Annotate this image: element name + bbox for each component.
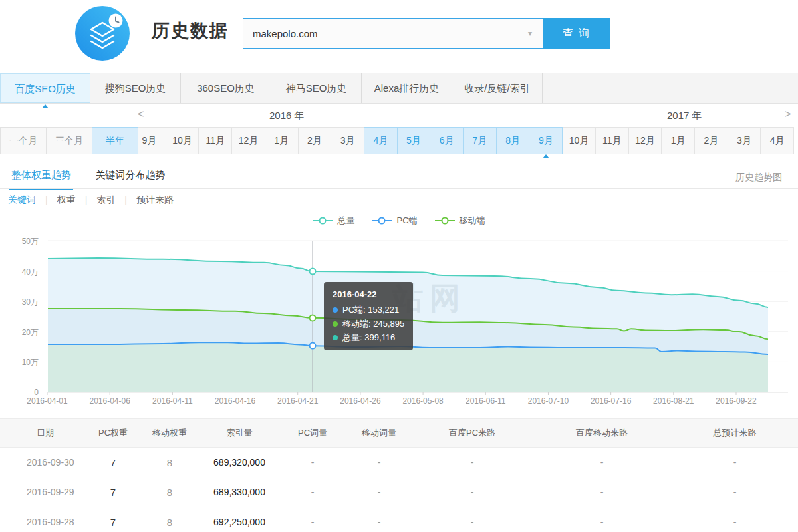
- anchor-month-caret-icon: [543, 154, 549, 158]
- filter-索引[interactable]: 索引: [96, 194, 115, 205]
- table-body: 2016-09-3078689,320,000-----2016-09-2978…: [0, 448, 798, 532]
- table-cell: -: [279, 507, 346, 532]
- table-cell: 8: [140, 448, 200, 477]
- tab-神马SEO历史[interactable]: 神马SEO历史: [271, 73, 362, 103]
- y-axis-tick: 0: [12, 388, 39, 397]
- range-三个月[interactable]: 三个月: [46, 127, 92, 154]
- month-cell-1[interactable]: 10月: [166, 127, 200, 154]
- table-cell: -: [532, 507, 672, 532]
- trend-chart[interactable]: 站网 2016-04-22 PC端: 153,221移动端: 245,895总量…: [0, 231, 798, 410]
- main-tabs: 百度SEO历史搜狗SEO历史360SEO历史神马SEO历史Alexa排行历史收录…: [0, 73, 798, 104]
- year-label-2017: 2017 年: [667, 110, 702, 122]
- col-header-PC词量: PC词量: [279, 419, 346, 448]
- prev-year-arrow[interactable]: <: [138, 108, 144, 120]
- col-header-索引量: 索引量: [200, 419, 279, 448]
- month-cell-12[interactable]: 9月: [529, 127, 563, 154]
- col-header-移动权重: 移动权重: [140, 419, 200, 448]
- month-cell-9[interactable]: 6月: [430, 127, 464, 154]
- tooltip-date: 2016-04-22: [332, 287, 404, 301]
- col-header-百度PC来路: 百度PC来路: [412, 419, 532, 448]
- table-cell: -: [412, 448, 532, 477]
- month-cell-2[interactable]: 11月: [198, 127, 232, 154]
- legend-circle-icon: [378, 217, 386, 225]
- table-cell: 2016-09-28: [0, 507, 86, 532]
- table-cell: 7: [86, 507, 140, 532]
- month-cell-15[interactable]: 12月: [628, 127, 662, 154]
- month-strip: 9月10月11月12月1月2月3月4月5月6月7月8月9月10月11月12月1月…: [133, 127, 794, 154]
- search-field-wrap: ▾: [243, 18, 543, 49]
- tab-百度SEO历史[interactable]: 百度SEO历史: [0, 73, 90, 103]
- filter-权重[interactable]: 权重: [57, 194, 76, 205]
- series-dot-icon: [332, 307, 338, 313]
- x-axis-tick: 2016-07-10: [517, 396, 579, 406]
- history-table: 日期PC权重移动权重索引量PC词量移动词量百度PC来路百度移动来路总预计来路 2…: [0, 418, 798, 532]
- month-cell-17[interactable]: 2月: [694, 127, 728, 154]
- x-axis-tick: 2016-04-26: [330, 396, 391, 406]
- year-row: < 2016 年 2017 年 >: [0, 104, 798, 127]
- y-axis-tick: 10万: [12, 357, 39, 368]
- x-axis-tick: 2016-04-06: [79, 396, 140, 406]
- filter-separator: |: [85, 194, 88, 205]
- app-logo: [74, 5, 130, 61]
- search-input[interactable]: [243, 27, 517, 40]
- table-cell: 689,330,000: [200, 477, 279, 507]
- dropdown-caret-icon[interactable]: ▾: [517, 29, 543, 38]
- col-header-日期: 日期: [0, 419, 86, 448]
- table-cell: -: [346, 477, 412, 507]
- month-cell-4[interactable]: 1月: [265, 127, 299, 154]
- table-cell: -: [672, 507, 798, 532]
- month-cell-11[interactable]: 8月: [496, 127, 530, 154]
- month-cell-8[interactable]: 5月: [397, 127, 431, 154]
- col-header-移动词量: 移动词量: [346, 419, 412, 448]
- tab-overall-weight-trend[interactable]: 整体权重趋势: [9, 165, 73, 190]
- month-cell-6[interactable]: 3月: [331, 127, 364, 154]
- tab-360SEO历史[interactable]: 360SEO历史: [181, 73, 271, 103]
- month-cell-3[interactable]: 12月: [231, 127, 265, 154]
- tooltip-value: 总量: 399,116: [342, 331, 395, 344]
- month-cell-16[interactable]: 1月: [661, 127, 695, 154]
- query-button[interactable]: 查 询: [543, 18, 610, 49]
- month-cell-7[interactable]: 4月: [364, 127, 398, 154]
- legend-circle-icon: [319, 217, 327, 225]
- legend-item-PC端[interactable]: PC端: [372, 215, 417, 227]
- filter-关键词[interactable]: 关键词: [8, 194, 36, 205]
- series-dot-icon: [332, 335, 338, 340]
- next-year-arrow[interactable]: >: [785, 108, 791, 120]
- table-cell: -: [672, 477, 798, 507]
- month-cell-18[interactable]: 3月: [728, 127, 761, 154]
- x-axis-tick: 2016-04-21: [267, 396, 329, 406]
- tab-搜狗SEO历史[interactable]: 搜狗SEO历史: [90, 73, 181, 103]
- filter-row: 关键词|权重|索引|预计来路: [0, 189, 798, 210]
- history-trend-link[interactable]: 历史趋势图: [735, 172, 782, 184]
- table-cell: 7: [86, 477, 140, 507]
- month-cell-13[interactable]: 10月: [562, 127, 596, 154]
- legend-item-移动端[interactable]: 移动端: [435, 215, 485, 227]
- tooltip-value: PC端: 153,221: [342, 303, 399, 317]
- col-header-PC权重: PC权重: [86, 419, 140, 448]
- month-cell-14[interactable]: 11月: [595, 127, 629, 154]
- y-axis-tick: 30万: [12, 297, 39, 308]
- legend-line-icon: [435, 220, 455, 221]
- col-header-总预计来路: 总预计来路: [672, 419, 798, 448]
- tab-Alexa排行历史[interactable]: Alexa排行历史: [362, 73, 452, 103]
- tab-收录/反链/索引[interactable]: 收录/反链/索引: [452, 73, 543, 103]
- chart-tooltip: 2016-04-22 PC端: 153,221移动端: 245,895总量: 3…: [324, 282, 413, 350]
- y-axis-tick: 40万: [12, 267, 39, 278]
- month-cell-5[interactable]: 2月: [298, 127, 332, 154]
- tooltip-row: PC端: 153,221: [332, 303, 404, 317]
- year-label-2016: 2016 年: [269, 110, 305, 122]
- month-cell-19[interactable]: 4月: [760, 127, 794, 154]
- legend-line-icon: [313, 220, 332, 221]
- legend-line-icon: [372, 220, 392, 221]
- x-axis-tick: 2016-09-22: [706, 396, 767, 406]
- filter-预计来路[interactable]: 预计来路: [136, 194, 174, 205]
- table-row: 2016-09-2878692,250,000-----: [0, 507, 798, 532]
- range-半年[interactable]: 半年: [92, 127, 138, 154]
- tab-keyword-distribution-trend[interactable]: 关键词分布趋势: [93, 165, 167, 189]
- table-cell: -: [532, 477, 672, 507]
- period-row: 一个月三个月半年 9月10月11月12月1月2月3月4月5月6月7月8月9月10…: [0, 127, 798, 154]
- month-cell-10[interactable]: 7月: [463, 127, 497, 154]
- range-一个月[interactable]: 一个月: [0, 127, 47, 154]
- legend-item-总量[interactable]: 总量: [313, 215, 354, 227]
- table-cell: -: [346, 507, 412, 532]
